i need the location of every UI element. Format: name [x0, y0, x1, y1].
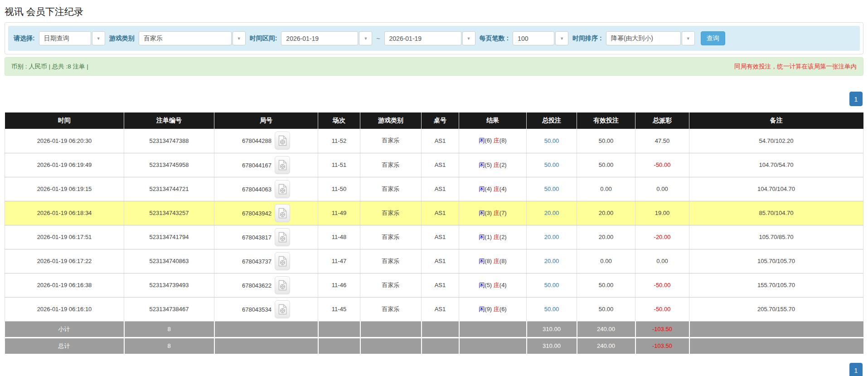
total-payout: -103.50 [635, 337, 689, 354]
total-bet-link[interactable]: 50.00 [544, 186, 559, 192]
cell-valid-bet: 0.00 [577, 249, 635, 273]
total-bet-link[interactable]: 20.00 [544, 258, 559, 264]
video-replay-button[interactable] [275, 300, 290, 318]
cell-total-bet: 20.00 [527, 249, 577, 273]
video-file-icon [278, 184, 287, 195]
subtotal-empty [318, 321, 360, 337]
select-type-value: 日期查询 [39, 31, 91, 45]
cell-time: 2026-01-19 06:16:10 [5, 297, 124, 321]
table-row: 2026-01-19 06:18:34523134743257678043942… [5, 201, 863, 225]
page-title: 视讯 会员下注纪录 [5, 5, 868, 18]
chevron-down-icon[interactable]: ▼ [682, 31, 695, 45]
game-category-dropdown[interactable]: 百家乐 ▼ [139, 31, 246, 45]
total-bet-link[interactable]: 20.00 [544, 234, 559, 240]
cell-table-no: AS1 [422, 249, 459, 273]
page-size-dropdown[interactable]: 100 ▼ [513, 31, 568, 45]
cell-valid-bet: 50.00 [577, 153, 635, 177]
table-row: 2026-01-19 06:17:51523134741794678043817… [5, 225, 863, 249]
chevron-down-icon[interactable]: ▼ [462, 31, 475, 45]
cell-total-bet: 20.00 [527, 225, 577, 249]
cell-session: 11-47 [318, 249, 360, 273]
cell-session: 11-49 [318, 201, 360, 225]
subtotal-payout: -103.50 [635, 321, 689, 337]
total-valid-bet: 240.00 [577, 337, 635, 354]
result-player: 闲(5) [479, 282, 492, 288]
column-header-time: 时间 [5, 112, 124, 129]
video-replay-button[interactable] [275, 156, 290, 174]
subtotal-count: 8 [124, 321, 214, 337]
pagination-bottom: 1 [0, 363, 863, 376]
search-button[interactable]: 查询 [701, 31, 725, 45]
cell-time: 2026-01-19 06:17:22 [5, 249, 124, 273]
total-bet-link[interactable]: 50.00 [544, 282, 559, 288]
video-replay-button[interactable] [275, 180, 290, 198]
table-row: 2026-01-19 06:16:10523134738467678043534… [5, 297, 863, 321]
video-replay-button[interactable] [275, 252, 290, 270]
time-range-label: 时间区间: [250, 34, 277, 43]
cell-bet-id: 523134747388 [124, 129, 214, 153]
cell-result: 闲(4) 庄(4) [459, 177, 527, 201]
cell-result: 闲(9) 庄(6) [459, 297, 527, 321]
cell-session: 11-52 [318, 129, 360, 153]
result-player: 闲(3) [479, 210, 492, 216]
cell-time: 2026-01-19 06:16:38 [5, 273, 124, 297]
date-from-picker[interactable]: 2026-01-19 ▼ [281, 31, 372, 45]
cell-game: 百家乐 [360, 225, 422, 249]
video-replay-button[interactable] [275, 132, 290, 150]
date-to-picker[interactable]: 2026-01-19 ▼ [384, 31, 475, 45]
result-player: 闲(6) [479, 137, 492, 144]
select-type-label: 请选择: [14, 34, 35, 43]
cell-time: 2026-01-19 06:19:49 [5, 153, 124, 177]
subtotal-empty [214, 321, 318, 337]
round-number: 678043737 [242, 258, 272, 264]
cell-remark: 205.70/155.70 [689, 297, 863, 321]
cell-remark: 85.70/104.70 [689, 201, 863, 225]
subtotal-label: 小计 [5, 321, 124, 337]
page-size-value: 100 [513, 31, 554, 45]
result-banker: 庄(2) [494, 234, 507, 240]
cell-table-no: AS1 [422, 225, 459, 249]
video-replay-button[interactable] [275, 204, 290, 222]
total-bet-link[interactable]: 50.00 [544, 306, 559, 313]
subtotal-empty [459, 321, 527, 337]
subtotal-total-bet: 310.00 [527, 321, 577, 337]
cell-time: 2026-01-19 06:19:15 [5, 177, 124, 201]
page-button-1[interactable]: 1 [849, 92, 863, 106]
cell-round: 678043737 [214, 249, 318, 273]
select-type-dropdown[interactable]: 日期查询 ▼ [39, 31, 105, 45]
column-header-session: 场次 [318, 112, 360, 129]
cell-payout: -50.00 [635, 153, 689, 177]
result-player: 闲(9) [479, 306, 492, 313]
video-replay-button[interactable] [275, 228, 290, 246]
cell-bet-id: 523134739493 [124, 273, 214, 297]
cell-result: 闲(3) 庄(7) [459, 201, 527, 225]
total-bet-link[interactable]: 50.00 [544, 161, 559, 168]
time-sort-dropdown[interactable]: 降幂(由大到小) ▼ [606, 31, 695, 45]
total-bet-link[interactable]: 20.00 [544, 210, 559, 216]
result-banker: 庄(8) [494, 137, 507, 144]
total-bet-link[interactable]: 50.00 [544, 137, 559, 144]
cell-total-bet: 50.00 [527, 273, 577, 297]
column-header-valid-bet: 有效投注 [577, 112, 635, 129]
total-empty [689, 337, 863, 354]
cell-round: 678044167 [214, 153, 318, 177]
time-sort-value: 降幂(由大到小) [606, 31, 681, 45]
video-file-icon [278, 232, 287, 243]
cell-result: 闲(5) 庄(4) [459, 273, 527, 297]
chevron-down-icon[interactable]: ▼ [233, 31, 246, 45]
video-replay-button[interactable] [275, 276, 290, 294]
table-header-row: 时间 注单编号 局号 场次 游戏类别 桌号 结果 总投注 有效投注 总派彩 备注 [5, 112, 863, 129]
currency-summary-text: 币别 : 人民币 | 总共 :8 注单 | [11, 63, 88, 71]
betting-records-table: 时间 注单编号 局号 场次 游戏类别 桌号 结果 总投注 有效投注 总派彩 备注… [5, 112, 863, 354]
table-row: 2026-01-19 06:19:49523134745958678044167… [5, 153, 863, 177]
cell-bet-id: 523134741794 [124, 225, 214, 249]
cell-table-no: AS1 [422, 153, 459, 177]
page-button-1[interactable]: 1 [849, 363, 863, 376]
cell-game: 百家乐 [360, 201, 422, 225]
table-row: 2026-01-19 06:20:30523134747388678044288… [5, 129, 863, 153]
cell-result: 闲(1) 庄(2) [459, 225, 527, 249]
chevron-down-icon[interactable]: ▼ [92, 31, 105, 45]
chevron-down-icon[interactable]: ▼ [359, 31, 372, 45]
chevron-down-icon[interactable]: ▼ [555, 31, 568, 45]
cell-game: 百家乐 [360, 249, 422, 273]
